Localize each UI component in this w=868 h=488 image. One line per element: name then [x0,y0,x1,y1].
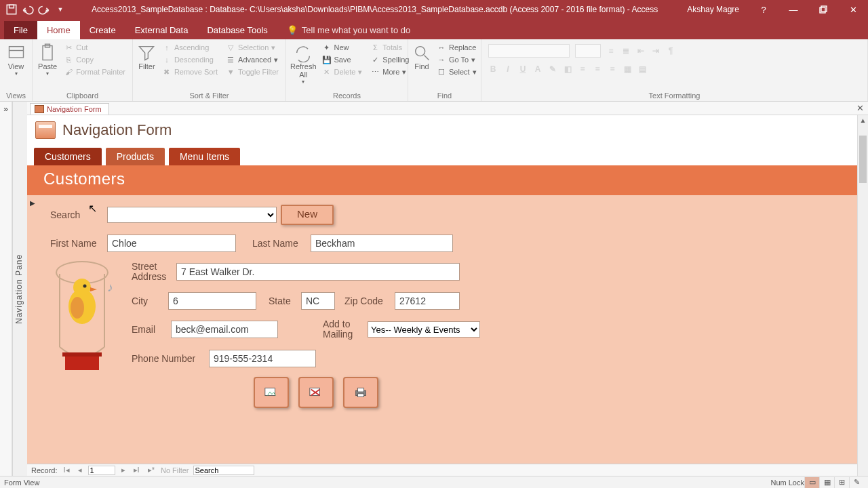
record-search[interactable] [193,466,254,475]
last-name-field[interactable] [311,235,453,252]
close-icon[interactable]: ✕ [838,0,868,19]
qat-dropdown-icon[interactable]: ▼ [54,3,66,16]
record-first[interactable]: I◂ [62,466,72,474]
record-new[interactable]: ▸* [146,466,157,474]
doctab-navigation-form[interactable]: Navigation Form [30,103,109,115]
copy-icon: ⎘ [64,55,73,64]
underline-icon[interactable]: U [517,63,529,75]
last-name-label: Last Name [252,238,307,249]
fill-color-icon[interactable]: ◧ [561,63,574,75]
select-button[interactable]: ☐Select ▾ [434,66,479,77]
save-icon[interactable] [5,3,18,16]
align-right-icon[interactable]: ≡ [606,63,618,75]
city-field[interactable] [168,292,256,310]
align-left-icon[interactable]: ≡ [576,63,589,75]
view-form-icon[interactable]: ▭ [804,477,819,488]
minimize-icon[interactable]: — [778,0,808,19]
tab-external-data[interactable]: External Data [125,21,198,39]
record-navigator: Record: I◂ ◂ ▸ ▸I ▸* No Filter [27,464,857,476]
view-datasheet-icon[interactable]: ▦ [819,477,834,488]
spelling-button[interactable]: ✓Spelling [368,54,412,65]
gridlines-icon[interactable]: ▦ [621,63,633,75]
record-number[interactable] [88,466,115,475]
tab-database-tools[interactable]: Database Tools [197,21,277,39]
more-button[interactable]: ⋯More ▾ [368,66,412,77]
align-center-icon[interactable]: ≡ [591,63,604,75]
shutter-bar-open[interactable]: » [0,102,12,476]
paste-button[interactable]: Paste▾ [37,42,58,77]
state-field[interactable] [301,292,335,310]
restore-icon[interactable] [808,0,838,19]
nav-tab-products[interactable]: Products [106,148,165,165]
indent-dec-icon[interactable]: ⇤ [635,45,647,57]
new-record-button[interactable]: ✦New [319,42,366,53]
view-button[interactable]: View▾ [4,42,28,77]
form-vscroll[interactable]: ▲ [857,115,868,476]
phone-field[interactable] [209,350,316,367]
svg-point-14 [73,279,91,296]
remove-sort-button[interactable]: ✖Remove Sort [159,66,220,77]
tab-create[interactable]: Create [80,21,125,39]
nav-tab-customers[interactable]: Customers [34,148,102,165]
form-icon [35,105,44,113]
action-button-1[interactable] [254,377,289,408]
view-design-icon[interactable]: ✎ [849,477,864,488]
new-customer-button[interactable]: New [281,205,334,225]
navigation-pane-collapsed[interactable]: Navigation Pane [12,102,27,476]
action-button-3[interactable] [343,377,378,408]
find-button[interactable]: Find [412,42,431,70]
save-record-button[interactable]: 💾Save [319,54,366,65]
format-painter-button[interactable]: 🖌Format Painter [61,66,128,77]
ribbon: View▾ Views Paste▾ ✂Cut ⎘Copy 🖌Format Pa… [0,39,868,102]
ltr-icon[interactable]: ¶ [665,45,677,57]
selection-icon: ▽ [226,43,235,52]
delete-button[interactable]: ✕Delete ▾ [319,66,366,77]
undo-icon[interactable] [22,3,34,16]
bird-image: ♪ [45,259,119,374]
indent-inc-icon[interactable]: ⇥ [650,45,662,57]
selection-button[interactable]: ▽Selection ▾ [223,42,281,53]
highlight-icon[interactable]: ✎ [547,63,559,75]
tab-home[interactable]: Home [37,21,80,39]
italic-icon[interactable]: I [502,63,514,75]
nav-tab-menu-items[interactable]: Menu Items [169,148,240,165]
zip-field[interactable] [395,292,460,310]
tab-file[interactable]: File [4,21,37,39]
record-label: Record: [31,466,58,474]
bold-icon[interactable]: B [487,63,499,75]
mailing-select[interactable]: Yes-- Weekly & Events [368,321,480,338]
filter-button[interactable]: Filter [137,42,157,70]
search-combo[interactable] [107,207,277,223]
record-prev[interactable]: ◂ [76,466,84,474]
advanced-button[interactable]: ☰Advanced ▾ [223,54,281,65]
font-color-icon[interactable]: A [532,63,544,75]
toggle-filter-button[interactable]: ▼Toggle Filter [223,66,281,77]
group-clipboard: Clipboard [37,92,128,101]
view-layout-icon[interactable]: ⊞ [834,477,849,488]
tell-me-search[interactable]: 💡 Tell me what you want to do [277,21,420,39]
descending-button[interactable]: ↓Descending [159,54,220,65]
alt-row-icon[interactable]: ▤ [636,63,648,75]
close-tab-icon[interactable]: ✕ [856,103,864,113]
first-name-field[interactable] [107,235,236,252]
ascending-button[interactable]: ↑Ascending [159,42,220,53]
record-last[interactable]: ▸I [132,466,142,474]
totals-button[interactable]: ΣTotals [368,42,412,53]
copy-button[interactable]: ⎘Copy [61,54,128,65]
user-name[interactable]: Akshay Magre [677,5,749,14]
goto-button[interactable]: →Go To ▾ [434,54,479,65]
bullets-icon[interactable]: ≡ [605,45,617,57]
help-icon[interactable]: ? [749,0,778,19]
replace-button[interactable]: ↔Replace [434,42,479,53]
email-field[interactable] [171,321,278,338]
refresh-all-button[interactable]: Refresh All▾ [290,42,317,85]
street-field[interactable] [176,263,460,281]
numbering-icon[interactable]: ≣ [620,45,632,57]
redo-icon[interactable] [38,3,50,16]
action-button-2[interactable] [298,377,334,408]
navform-title: Navigation Form [62,121,172,139]
font-size-select[interactable] [575,44,601,58]
record-next[interactable]: ▸ [119,466,127,474]
font-family-select[interactable] [488,44,570,58]
cut-button[interactable]: ✂Cut [61,42,128,53]
